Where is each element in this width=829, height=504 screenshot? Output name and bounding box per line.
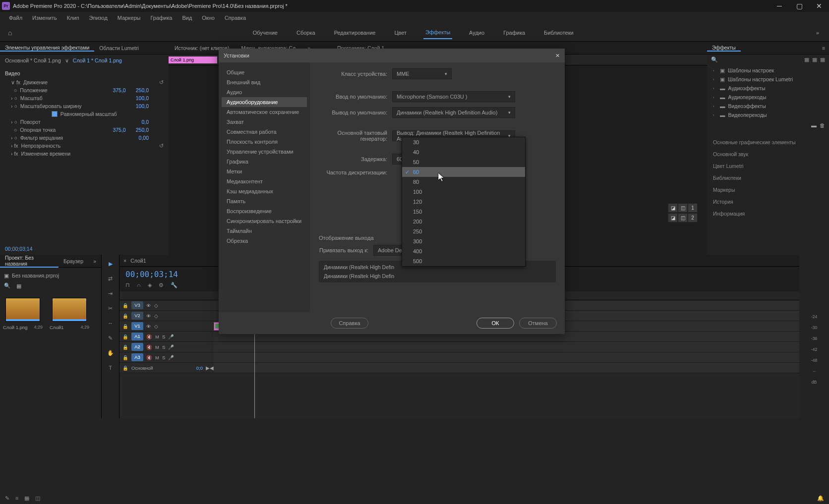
fx-scale[interactable]: › ○ Масштаб100,0 — [5, 94, 164, 102]
fx-time-remap[interactable]: › fx Изменение времени — [5, 150, 164, 158]
tab-effect-controls[interactable]: Элементы управления эффектами — [0, 45, 94, 52]
fx-uniform[interactable]: Равномерный масштаб — [5, 110, 164, 118]
bin-icon[interactable]: ▦ — [16, 283, 21, 289]
cat-autosave[interactable]: Автоматическое сохранение — [222, 107, 307, 117]
eff-presets[interactable]: ›▣Шаблоны настроек — [711, 66, 825, 75]
pc-btn-c[interactable]: ◪ — [668, 213, 678, 223]
track-a3[interactable]: A3 — [131, 353, 143, 361]
seq-tab[interactable]: Слой1 — [130, 258, 146, 264]
menu-sequence[interactable]: Эпизод — [84, 15, 113, 21]
ws-editing[interactable]: Редактирование — [332, 27, 378, 39]
opt-150[interactable]: 150 — [402, 207, 525, 217]
opt-80[interactable]: 80 — [402, 177, 525, 187]
track-a1[interactable]: A1 — [131, 333, 143, 340]
preset-icon-2[interactable]: ▦ — [812, 56, 817, 63]
tab-project[interactable]: Проект: Без названия — [0, 255, 59, 268]
rpanel-sound[interactable]: Основной звук — [707, 148, 829, 160]
rpanel-lumetri[interactable]: Цвет Lumetri — [707, 160, 829, 172]
track-select-tool-icon[interactable]: ⇄ — [106, 274, 116, 283]
menu-help[interactable]: Справка — [220, 15, 251, 21]
hand-tool-icon[interactable]: ✋ — [106, 348, 116, 358]
cat-capture[interactable]: Захват — [222, 117, 307, 127]
tab-effects-panel[interactable]: Эффекты — [707, 45, 741, 52]
bin-item[interactable]: Слой 1.png4;29 — [3, 298, 43, 330]
cat-graphics[interactable]: Графика — [222, 157, 307, 167]
track-v1[interactable]: V1 — [131, 322, 143, 330]
cat-appearance[interactable]: Внешний вид — [222, 77, 307, 87]
ws-color[interactable]: Цвет — [392, 27, 409, 39]
footer-icon[interactable]: ✎ — [5, 495, 9, 502]
opt-50[interactable]: 50 — [402, 157, 525, 167]
pc-btn-2[interactable]: 2 — [688, 213, 698, 223]
cat-collab[interactable]: Совместная работа — [222, 127, 307, 137]
footer-icon[interactable]: ▦ — [24, 495, 29, 502]
slip-tool-icon[interactable]: ↔ — [106, 318, 116, 328]
pc-btn-b[interactable]: ◫ — [678, 203, 688, 213]
cat-audio[interactable]: Аудио — [222, 87, 307, 97]
eff-audio-effects[interactable]: ›▬Аудиоэффекты — [711, 84, 825, 93]
fx-anchor[interactable]: ○ Опорная точка375,0250,0 — [5, 126, 164, 134]
fx-scale-width[interactable]: › ○ Масштабировать ширину100,0 — [5, 102, 164, 110]
preset-icon[interactable]: ▦ — [804, 56, 809, 63]
razor-tool-icon[interactable]: ✂ — [106, 303, 116, 313]
menu-view[interactable]: Вид — [177, 15, 197, 21]
footer-icon[interactable]: ≡ — [15, 495, 18, 501]
home-icon[interactable]: ⌂ — [0, 29, 20, 37]
close-button[interactable]: ✕ — [809, 0, 829, 12]
cat-device-control[interactable]: Управление устройствами — [222, 147, 307, 157]
eff-video-effects[interactable]: ›▬Видеоэффекты — [711, 102, 825, 111]
ripple-tool-icon[interactable]: ⇥ — [106, 288, 116, 298]
opt-30[interactable]: 30 — [402, 137, 525, 147]
clip-instance[interactable]: Слой 1 * Слой 1.png — [73, 57, 122, 63]
output-device-row[interactable]: Динамики (Realtek High Defin — [321, 272, 554, 280]
tab-lumetri-scopes[interactable]: Области Lumetri — [94, 45, 144, 51]
ws-assembly[interactable]: Сборка — [295, 27, 317, 39]
cat-timeline[interactable]: Таймлайн — [222, 226, 307, 236]
search-icon[interactable]: 🔍 — [4, 282, 10, 289]
pc-btn-1[interactable]: 1 — [688, 203, 698, 213]
menu-markers[interactable]: Маркеры — [113, 15, 146, 21]
mini-clip[interactable]: Слой 1.png — [169, 56, 217, 63]
ok-button[interactable]: ОК — [476, 318, 514, 329]
fx-position[interactable]: ○ Положение375,0250,0 — [5, 86, 164, 94]
link-icon[interactable]: ∩ — [137, 282, 141, 288]
eff-lumetri-presets[interactable]: ›▣Шаблоны настроек Lumetri — [711, 75, 825, 84]
seq-close-icon[interactable]: × — [119, 258, 130, 264]
ws-libraries[interactable]: Библиотеки — [542, 27, 576, 39]
fx-motion[interactable]: ∨ fx Движение↺ — [5, 78, 164, 86]
type-tool-icon[interactable]: T — [106, 363, 116, 373]
cat-playback[interactable]: Воспроизведение — [222, 206, 307, 216]
opt-40[interactable]: 40 — [402, 147, 525, 157]
cat-control-surface[interactable]: Плоскость контроля — [222, 137, 307, 147]
cat-memory[interactable]: Память — [222, 196, 307, 206]
tab-browser[interactable]: Браузер — [59, 258, 88, 264]
menu-graphics[interactable]: Графика — [145, 15, 177, 21]
cat-sync[interactable]: Синхронизировать настройки — [222, 216, 307, 226]
pc-btn-d[interactable]: ◫ — [678, 213, 688, 223]
cat-media-cache[interactable]: Кэш медиаданных — [222, 186, 307, 196]
maximize-button[interactable]: ▢ — [789, 0, 809, 12]
help-button[interactable]: Справка — [331, 318, 368, 329]
cancel-button[interactable]: Отмена — [519, 318, 557, 329]
rpanel-history[interactable]: История — [707, 196, 829, 208]
select-device-class[interactable]: MME▾ — [392, 68, 452, 79]
marker-icon[interactable]: ◈ — [148, 282, 152, 288]
fx-rotation[interactable]: › ○ Поворот0,0 — [5, 118, 164, 126]
eff-video-trans[interactable]: ›▬Видеопереходы — [711, 111, 825, 119]
opt-500[interactable]: 500 — [402, 256, 525, 266]
fx-flicker[interactable]: › ○ Фильтр мерцания0,00 — [5, 134, 164, 142]
opt-250[interactable]: 250 — [402, 226, 525, 236]
fx-opacity[interactable]: › fx Непрозрачность↺ — [5, 142, 164, 150]
wrench-icon[interactable]: 🔧 — [171, 282, 178, 288]
footer-icon[interactable]: 🔔 — [817, 495, 824, 502]
ws-overflow-icon[interactable]: » — [806, 30, 829, 36]
opt-60[interactable]: 60 — [402, 167, 525, 177]
menu-window[interactable]: Окно — [197, 15, 220, 21]
selection-tool-icon[interactable]: ▶ — [106, 259, 116, 269]
settings-icon[interactable]: ⚙ — [159, 282, 164, 288]
rpanel-libraries[interactable]: Библиотеки — [707, 172, 829, 184]
cat-general[interactable]: Общие — [222, 67, 307, 77]
eff-audio-trans[interactable]: ›▬Аудиопереходы — [711, 93, 825, 102]
menu-clip[interactable]: Клип — [62, 15, 84, 21]
ws-effects[interactable]: Эффекты — [423, 26, 452, 39]
